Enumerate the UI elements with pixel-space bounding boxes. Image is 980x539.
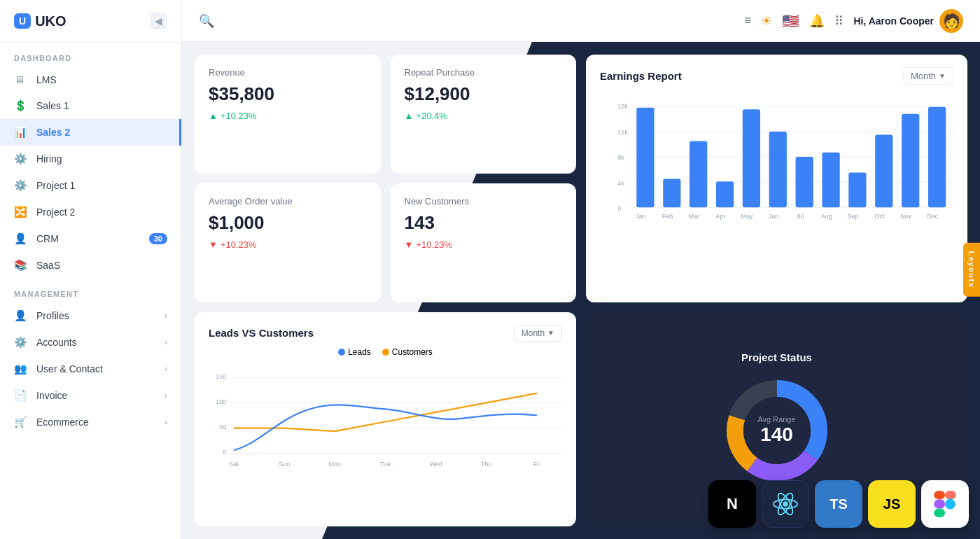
content-area: Revenue $35,800 ▲ +10.23% Repeat Purchas…: [182, 42, 980, 539]
donut-label: Avg Range: [757, 415, 795, 424]
sidebar-item-lms[interactable]: 🖥 LMS: [0, 66, 181, 92]
svg-text:Tue: Tue: [380, 460, 391, 467]
sidebar-section-label-dashboard: DASHBOARD: [0, 43, 181, 66]
sidebar-item-sales1[interactable]: 💲 Sales 1: [0, 92, 181, 119]
revenue-value: $35,800: [209, 83, 367, 105]
earnings-filter[interactable]: Month ▼: [903, 67, 953, 85]
earnings-bar-chart: 15k 11k 8k 4k 0: [600, 93, 953, 233]
revenue-change: ▲ +10.23%: [209, 111, 367, 121]
theme-icon[interactable]: ☀: [761, 13, 772, 29]
leads-legend-dot: [338, 349, 345, 356]
sidebar-section-label-management: MANAGEMENT: [0, 279, 181, 302]
sidebar-item-invoice[interactable]: 📄 Invoice ›: [0, 382, 181, 409]
sidebar-item-label: Invoice: [36, 390, 156, 401]
donut-chart: Avg Range 140: [721, 374, 833, 486]
tech-icon-figma[interactable]: [921, 480, 969, 528]
tech-icon-typescript[interactable]: TS: [815, 480, 862, 528]
stat-card-new-customers: New Customers 143 ▼ +10.23%: [391, 183, 577, 302]
layouts-tab[interactable]: Layouts: [963, 243, 980, 297]
svg-text:50: 50: [219, 424, 226, 430]
svg-text:15k: 15k: [617, 103, 628, 110]
new-customers-value: 143: [405, 212, 563, 234]
svg-rect-19: [796, 157, 813, 207]
tech-icon-react[interactable]: [762, 480, 809, 528]
svg-rect-17: [743, 109, 760, 207]
repeat-label: Repeat Purchase: [405, 67, 563, 78]
stat-card-repeat-purchase: Repeat Purchase $12,900 ▲ +20.4%: [391, 55, 577, 174]
svg-rect-13: [636, 108, 654, 207]
notification-icon[interactable]: 🔔: [809, 13, 825, 29]
sidebar-item-user-contact[interactable]: 👥 User & Contact ›: [0, 356, 181, 382]
logo-icon: U: [14, 13, 31, 29]
svg-rect-24: [928, 107, 946, 207]
svg-text:Sep: Sep: [848, 213, 859, 220]
profiles-chevron: ›: [164, 311, 167, 321]
sidebar-section-dashboard: DASHBOARD 🖥 LMS 💲 Sales 1 📊 Sales 2 ⚙️ H…: [0, 43, 181, 279]
sidebar-item-label: Sales 2: [36, 127, 165, 138]
header-actions: ≡ ☀ 🇺🇸 🔔 ⠿ Hi, Aaron Cooper 🧑: [744, 9, 963, 33]
crm-badge: 30: [149, 233, 167, 244]
svg-text:11k: 11k: [617, 129, 628, 136]
svg-text:Jun: Jun: [769, 213, 779, 220]
sidebar-item-sales2[interactable]: 📊 Sales 2: [0, 119, 181, 146]
apps-icon[interactable]: ⠿: [834, 13, 844, 29]
accounts-icon: ⚙️: [14, 336, 28, 349]
sidebar-item-profiles[interactable]: 👤 Profiles ›: [0, 302, 181, 329]
donut-value: 140: [757, 424, 795, 446]
svg-rect-22: [875, 134, 892, 207]
svg-text:Sun: Sun: [279, 460, 290, 467]
sidebar-item-crm[interactable]: 👤 CRM 30: [0, 225, 181, 252]
search-bar[interactable]: 🔍: [199, 13, 733, 29]
svg-rect-23: [902, 114, 919, 207]
leads-title: Leads VS Customers: [209, 327, 314, 339]
svg-rect-20: [822, 153, 839, 207]
new-customers-label: New Customers: [405, 196, 563, 206]
donut-center: Avg Range 140: [757, 415, 795, 446]
sidebar-item-project1[interactable]: ⚙️ Project 1: [0, 172, 181, 199]
ecommerce-chevron: ›: [164, 417, 167, 427]
sidebar-collapse-icon[interactable]: ◀: [150, 13, 167, 29]
sidebar-item-saas[interactable]: 📚 SaaS: [0, 252, 181, 279]
sidebar-item-ecommerce[interactable]: 🛒 Ecommerce ›: [0, 409, 181, 435]
sidebar-item-label: Accounts: [36, 337, 156, 348]
svg-text:May: May: [741, 213, 754, 220]
svg-point-57: [783, 501, 788, 507]
sidebar-item-hiring[interactable]: ⚙️ Hiring: [0, 146, 181, 172]
revenue-label: Revenue: [209, 67, 367, 78]
svg-rect-63: [934, 499, 945, 508]
crm-icon: 👤: [14, 232, 28, 245]
sidebar-item-label: Profiles: [36, 310, 156, 321]
new-customers-change: ▼ +10.23%: [405, 239, 563, 250]
sidebar-item-label: Sales 1: [36, 100, 167, 111]
search-icon: 🔍: [199, 13, 214, 29]
leads-legend: Leads Customers: [209, 347, 562, 357]
new-customers-arrow: ▼: [405, 239, 414, 250]
sidebar-item-label: LMS: [36, 74, 167, 85]
leads-line-chart: 150 100 50 0 Sat Sun Mon: [209, 365, 562, 484]
svg-text:Mon: Mon: [329, 460, 342, 467]
invoice-icon: 📄: [14, 389, 28, 402]
leads-chart-card: Leads VS Customers Month ▼ Leads Custome…: [195, 312, 576, 526]
user-info[interactable]: Hi, Aaron Cooper 🧑: [853, 9, 963, 33]
project1-icon: ⚙️: [14, 179, 28, 192]
earnings-chart-card: Earnings Report Month ▼ 15k 11k 8k 4k 0: [586, 55, 967, 302]
svg-text:Jan: Jan: [636, 213, 646, 220]
leads-filter[interactable]: Month ▼: [514, 325, 562, 342]
svg-text:Wed: Wed: [429, 460, 442, 467]
earnings-title: Earnings Report: [600, 70, 682, 82]
sidebar-item-project2[interactable]: 🔀 Project 2: [0, 199, 181, 225]
menu-icon[interactable]: ≡: [744, 13, 752, 28]
tech-icons-row: N TS JS: [708, 480, 969, 528]
sidebar-item-label: User & Contact: [36, 363, 156, 374]
svg-rect-21: [848, 173, 866, 208]
sidebar-item-accounts[interactable]: ⚙️ Accounts ›: [0, 329, 181, 356]
svg-text:Nov: Nov: [900, 213, 912, 220]
sidebar-item-label: Project 2: [36, 206, 167, 218]
tech-icon-nextjs[interactable]: N: [708, 480, 756, 528]
flag-icon[interactable]: 🇺🇸: [782, 13, 799, 29]
hiring-icon: ⚙️: [14, 153, 28, 165]
revenue-arrow-up: ▲: [209, 111, 218, 121]
svg-text:Apr: Apr: [715, 213, 725, 220]
tech-icon-javascript[interactable]: JS: [868, 480, 916, 528]
profiles-icon: 👤: [14, 309, 28, 322]
